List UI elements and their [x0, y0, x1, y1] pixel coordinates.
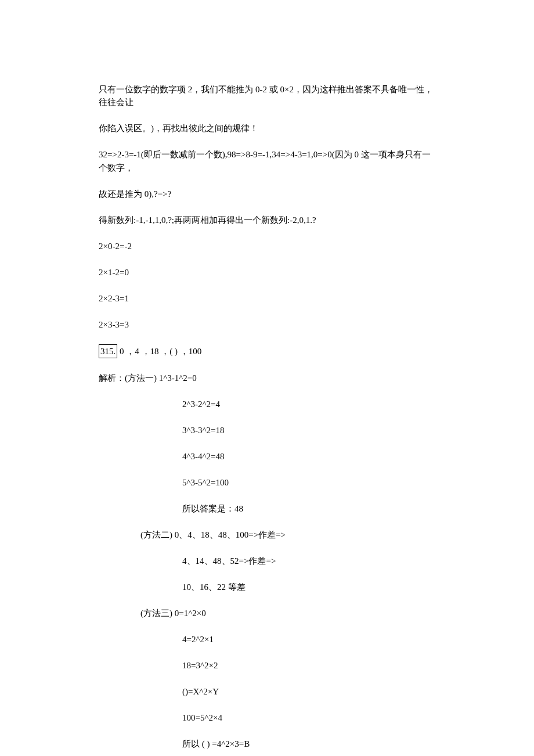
question-number: 315. [99, 344, 117, 359]
text-line: 所以 ( ) =4^2×3=B [99, 737, 435, 751]
text-line: 故还是推为 0),?=>? [99, 188, 435, 201]
question-text: 0 ，4 ，18 ，( ) ，100 [117, 347, 201, 356]
text-line: 4^3-4^2=48 [99, 450, 435, 463]
text-line: ()=X^2×Y [99, 685, 435, 699]
text-line: 你陷入误区。)，再找出彼此之间的规律！ [99, 122, 435, 135]
text-line: 2×0-2=-2 [99, 240, 435, 253]
text-line: 32=>2-3=-1(即后一数减前一个数),98=>8-9=-1,34=>4-3… [99, 148, 435, 174]
text-line: 3^3-3^2=18 [99, 424, 435, 437]
text-line: 2×3-3=3 [99, 318, 435, 332]
text-line: 解析：(方法一) 1^3-1^2=0 [99, 372, 435, 385]
text-line: 只有一位数字的数字项 2，我们不能推为 0-2 或 0×2，因为这样推出答案不具… [99, 83, 435, 109]
question-line: 315. 0 ，4 ，18 ，( ) ，100 [99, 344, 435, 359]
text-line: (方法三) 0=1^2×0 [99, 607, 435, 620]
text-line: 5^3-5^2=100 [99, 476, 435, 489]
text-line: 所以答案是：48 [99, 502, 435, 516]
text-line: 2×2-3=1 [99, 292, 435, 305]
text-line: 得新数列:-1,-1,1,0,?;再两两相加再得出一个新数列:-2,0,1.? [99, 214, 435, 227]
text-line: 18=3^2×2 [99, 659, 435, 672]
text-line: 2^3-2^2=4 [99, 398, 435, 411]
text-line: 4=2^2×1 [99, 633, 435, 646]
text-line: 10、16、22 等差 [99, 581, 435, 594]
text-line: 4、14、48、52=>作差=> [99, 555, 435, 568]
text-line: (方法二) 0、4、18、48、100=>作差=> [99, 528, 435, 542]
text-line: 100=5^2×4 [99, 711, 435, 725]
text-line: 2×1-2=0 [99, 266, 435, 279]
